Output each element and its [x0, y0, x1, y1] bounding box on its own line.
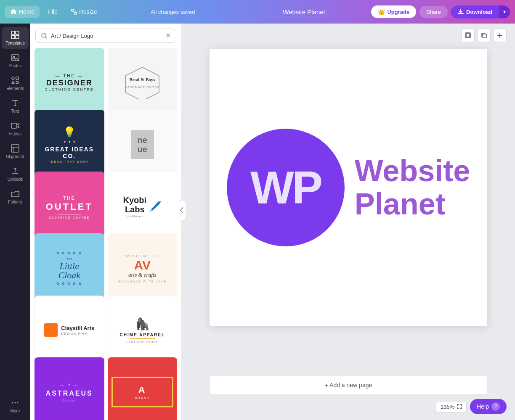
svg-text:HANDMADE GOODS: HANDMADE GOODS [125, 86, 159, 89]
template-card-little[interactable]: ✿ ✿ ✿ ✿ ✿ The LittleCloak ✿ ✿ ✿ ✿ ✿ [35, 233, 104, 303]
fullscreen-icon [457, 404, 462, 409]
svg-rect-1 [74, 12, 77, 14]
help-button[interactable]: Help ? [470, 399, 507, 414]
svg-rect-4 [11, 35, 15, 39]
download-button[interactable]: Download [451, 5, 499, 18]
zoom-value: 135% [441, 404, 454, 410]
template-card-outlet[interactable]: THE OUTLET CLOTHING CENTRE [35, 172, 104, 241]
template-card-brad[interactable]: Brad & Boys HANDMADE GOODS [108, 48, 178, 118]
sidebar-item-uploads[interactable]: Uploads [2, 163, 29, 185]
panel-collapse-button[interactable] [178, 200, 186, 220]
sidebar-label-more: More [11, 409, 20, 413]
template-card-red[interactable]: A BRAND [108, 357, 178, 420]
sidebar-item-more[interactable]: More [2, 395, 29, 417]
template-card-great[interactable]: 💡 ✦ ✦ ✦ GREAT IDEAS CO. IDEAS THAT WORK [35, 110, 104, 180]
template-card-designer[interactable]: — THE — DESIGNER CLOTHING CENTRE [35, 48, 104, 118]
template-card-neue[interactable]: neue [108, 110, 178, 180]
sidebar-item-elements[interactable]: Elements [2, 72, 29, 94]
sidebar-label-text: Text [11, 109, 19, 114]
svg-rect-0 [72, 9, 74, 11]
sidebar-label-background: Bkground [6, 154, 24, 159]
zoom-control[interactable]: 135% [436, 401, 467, 412]
templates-grid: — THE — DESIGNER CLOTHING CENTRE Brad & … [30, 48, 181, 420]
sidebar-label-elements: Elements [6, 86, 24, 91]
search-clear-button[interactable]: ✕ [165, 32, 171, 39]
logo-preview: WP Website Planet [210, 112, 487, 263]
svg-rect-11 [11, 123, 17, 128]
svg-rect-2 [11, 31, 15, 34]
sidebar-label-videos: Videos [9, 132, 21, 136]
search-bar: ✕ [35, 29, 176, 43]
save-status: All changes saved [109, 9, 237, 15]
logo-text: Website Planet [355, 154, 470, 221]
add-tool-button[interactable] [493, 29, 507, 42]
canvas-toolbar [461, 29, 507, 42]
svg-rect-3 [16, 31, 19, 34]
file-button[interactable]: File [43, 6, 63, 18]
template-card-chimp[interactable]: 🦍 CHIMP APPAREL CLOTHING STORE [108, 296, 178, 365]
sidebar-label-uploads: Uploads [8, 177, 23, 182]
download-group: Download ▾ [451, 5, 510, 18]
search-icon [41, 32, 48, 39]
sidebar-item-templates[interactable]: Templates [2, 27, 29, 49]
share-button[interactable]: Share [419, 6, 448, 18]
templates-panel: ✕ — THE — DESIGNER CLOTHING CENTRE Brad … [30, 24, 182, 420]
sidebar: Templates Photos Elements Text Videos Bk… [0, 24, 30, 420]
template-card-arts[interactable]: WELCOME TO AV arts & crafts HANDMADE WIT… [108, 233, 178, 303]
frame-tool-button[interactable] [461, 29, 475, 42]
svg-marker-17 [125, 67, 159, 99]
template-card-kyobi[interactable]: KyobiLabs healthcare 🖊️ [108, 172, 178, 241]
svg-point-14 [15, 402, 16, 404]
logo-circle: WP [227, 129, 345, 246]
svg-rect-22 [483, 34, 486, 38]
sidebar-label-photos: Photos [8, 63, 21, 68]
svg-rect-12 [11, 145, 19, 152]
sidebar-item-text[interactable]: Text [2, 95, 29, 117]
search-input[interactable] [51, 33, 162, 39]
download-chevron-button[interactable]: ▾ [499, 5, 510, 18]
sidebar-label-folders: Folders [8, 200, 22, 204]
svg-rect-5 [16, 35, 19, 39]
template-card-astraeus[interactable]: — ✦ — ASTRAEUS Digital [35, 357, 104, 420]
svg-point-10 [16, 81, 19, 84]
bottom-bar: 135% Help ? [436, 399, 507, 414]
canvas-content[interactable]: WP Website Planet [210, 49, 487, 326]
sidebar-item-background[interactable]: Bkground [2, 140, 29, 162]
svg-point-13 [12, 402, 13, 404]
brad-hexagon: Brad & Boys HANDMADE GOODS [121, 65, 163, 99]
main-area: Templates Photos Elements Text Videos Bk… [0, 24, 515, 420]
nav-center: Website Planet [240, 8, 368, 16]
svg-rect-21 [466, 34, 470, 37]
template-designer-title: DESIGNER [45, 79, 94, 87]
canvas-area: WP Website Planet + Add a new page 135% … [182, 24, 515, 420]
home-button[interactable]: Home [5, 6, 40, 18]
template-card-claystill[interactable]: Claystill Arts DESIGN FIRM [35, 296, 104, 365]
logo-initials: WP [250, 164, 321, 211]
sidebar-item-photos[interactable]: Photos [2, 50, 29, 71]
svg-rect-9 [16, 77, 19, 79]
project-title: Website Planet [283, 8, 325, 16]
top-navigation: Home File Resize All changes saved Websi… [0, 0, 515, 24]
copy-tool-button[interactable] [477, 29, 491, 42]
svg-point-15 [17, 402, 19, 404]
upgrade-button[interactable]: 👑 Upgrade [371, 5, 416, 18]
resize-button[interactable]: Resize [66, 6, 102, 18]
svg-point-8 [12, 77, 14, 79]
sidebar-label-templates: Templates [5, 41, 25, 45]
nav-right-actions: 👑 Upgrade Share Download ▾ [371, 5, 510, 18]
add-page-button[interactable]: + Add a new page [210, 375, 487, 395]
sidebar-item-videos[interactable]: Videos [2, 118, 29, 140]
sidebar-item-folders[interactable]: Folders [2, 186, 29, 208]
svg-text:Brad & Boys: Brad & Boys [130, 77, 156, 82]
